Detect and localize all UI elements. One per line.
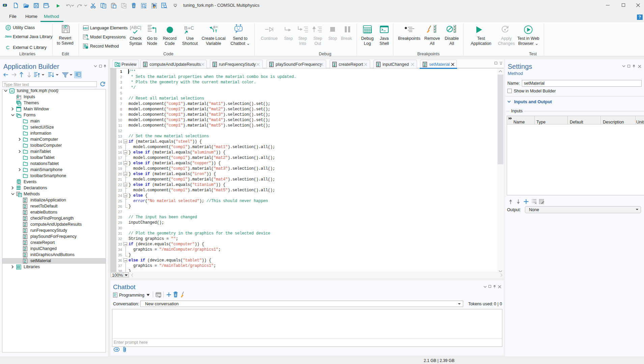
svg-text:ABC: ABC (83, 27, 89, 30)
svg-text:a=: a= (87, 37, 89, 40)
svg-text:A: A (11, 89, 13, 93)
